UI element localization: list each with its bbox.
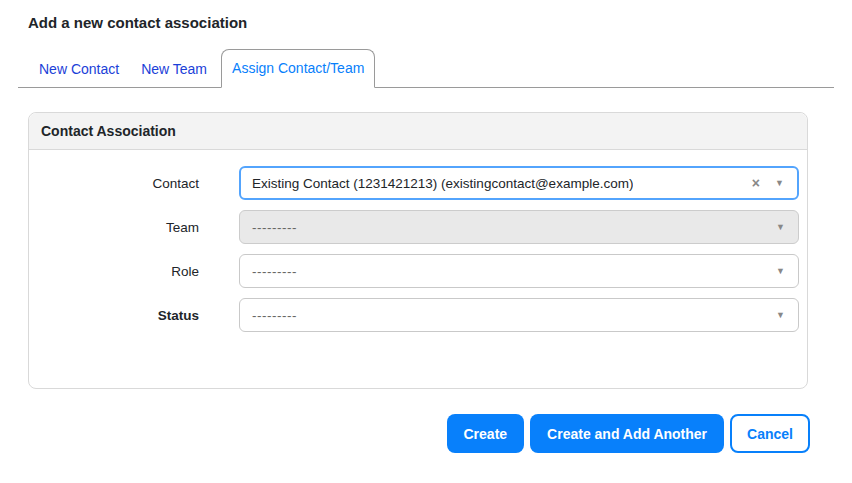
chevron-down-icon: ▼ [776,311,785,320]
team-label: Team [29,220,199,235]
create-button[interactable]: Create [447,414,525,453]
create-and-add-another-button[interactable]: Create and Add Another [530,414,724,453]
status-select-value: --------- [252,308,297,323]
tab-new-contact-label: New Contact [39,61,119,77]
tab-assign-contact-team[interactable]: Assign Contact/Team [221,49,375,88]
contact-select-value: Existing Contact (1231421213) (existingc… [252,176,633,191]
form-row-team: Team --------- ▼ [29,210,807,244]
clear-selection-icon[interactable]: × [752,176,760,190]
role-label: Role [29,264,199,279]
contact-association-panel: Contact Association Contact Existing Con… [28,112,808,389]
team-select-value: --------- [252,220,297,235]
form-row-contact: Contact Existing Contact (1231421213) (e… [29,166,807,200]
cancel-button[interactable]: Cancel [730,414,810,453]
tab-assign-contact-team-label: Assign Contact/Team [232,60,364,76]
contact-select[interactable]: Existing Contact (1231421213) (existingc… [239,166,799,200]
panel-header: Contact Association [29,113,807,150]
status-select[interactable]: --------- ▼ [239,298,799,332]
contact-label: Contact [29,176,199,191]
tab-new-contact[interactable]: New Contact [28,51,130,87]
role-select[interactable]: --------- ▼ [239,254,799,288]
form-actions: Create Create and Add Another Cancel [0,414,810,453]
tab-new-team-label: New Team [141,61,207,77]
status-label: Status [29,308,199,323]
tab-new-team[interactable]: New Team [130,51,218,87]
page-title: Add a new contact association [28,14,852,31]
add-contact-association-page: Add a new contact association New Contac… [0,14,852,453]
panel-title: Contact Association [41,123,176,139]
role-select-value: --------- [252,264,297,279]
team-select: --------- ▼ [239,210,799,244]
form-row-role: Role --------- ▼ [29,254,807,288]
chevron-down-icon: ▼ [775,179,784,188]
chevron-down-icon: ▼ [776,223,785,232]
tab-bar: New Contact New Team Assign Contact/Team [18,49,834,88]
chevron-down-icon: ▼ [776,267,785,276]
form-row-status: Status --------- ▼ [29,298,807,332]
panel-body: Contact Existing Contact (1231421213) (e… [29,150,807,388]
